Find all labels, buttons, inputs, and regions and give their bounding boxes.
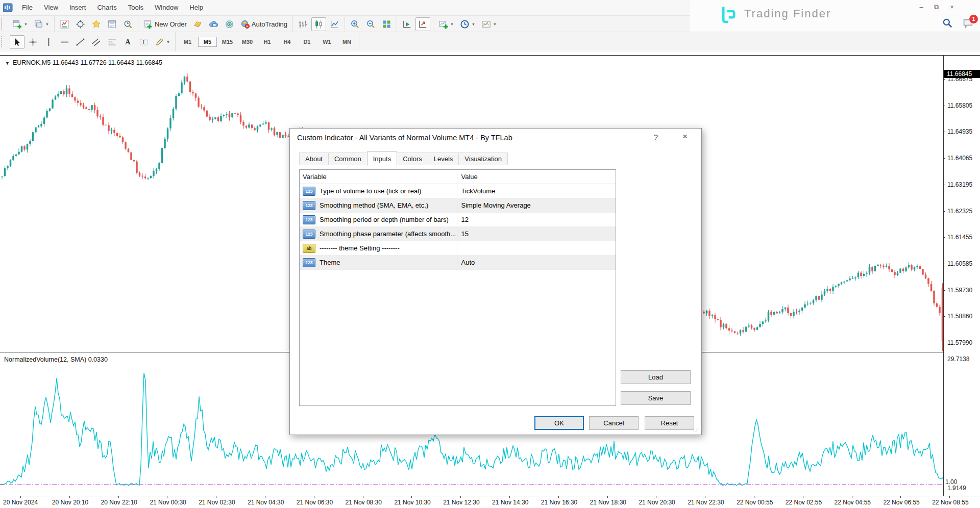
custom-indicator-dialog: Custom Indicator - All Variants of Norma… <box>289 128 702 435</box>
time-axis-label: 21 Nov 02:30 <box>199 499 235 506</box>
chevron-down-icon[interactable]: ▼ <box>5 61 10 66</box>
time-axis-tick <box>705 496 705 498</box>
time-axis-tick <box>607 496 608 498</box>
table-row[interactable]: 123Smoothing phase parameter (affects sm… <box>300 227 616 241</box>
time-axis-label: 21 Nov 00:30 <box>150 499 186 506</box>
indicator-scale-max: 29.7138 <box>947 355 969 363</box>
current-price-badge: 11.66845 <box>944 70 980 78</box>
price-axis-tick <box>943 185 945 185</box>
price-axis-label: 11.57990 <box>947 339 972 346</box>
time-axis-tick <box>363 496 363 498</box>
table-row[interactable]: 123Smoothing method (SMA, EMA, etc.)Simp… <box>300 198 616 213</box>
time-axis-label: 21 Nov 18:30 <box>590 499 626 506</box>
time-axis-label: 22 Nov 06:55 <box>883 499 919 506</box>
restore-button[interactable]: ⧉ <box>929 2 944 12</box>
time-axis-label: 21 Nov 22:30 <box>688 499 724 506</box>
table-row[interactable]: 123ThemeAuto <box>300 256 616 270</box>
time-axis-tick <box>314 496 314 498</box>
cancel-button[interactable]: Cancel <box>589 416 639 430</box>
variable-name: Smoothing method (SMA, EMA, etc.) <box>320 201 428 209</box>
close-button[interactable]: × <box>944 2 960 12</box>
value-cell[interactable]: Auto <box>457 256 616 269</box>
tab-about[interactable]: About <box>299 153 329 165</box>
tab-visualization[interactable]: Visualization <box>458 153 508 165</box>
brand-name: Trading Finder <box>744 7 831 20</box>
price-axis-label: 11.59730 <box>947 287 972 294</box>
table-row[interactable]: 123Smoothing period or depth (number of … <box>300 213 616 227</box>
price-axis-tick <box>943 237 945 238</box>
value-cell[interactable]: TickVolume <box>457 184 616 198</box>
time-axis-tick <box>411 496 412 498</box>
time-axis-tick <box>167 496 167 498</box>
numeric-parameter-icon: 123 <box>303 215 315 224</box>
price-axis-label: 11.61455 <box>947 234 972 241</box>
time-axis-tick <box>558 496 559 498</box>
table-header-row: VariableValue <box>300 170 616 184</box>
tab-inputs[interactable]: Inputs <box>367 151 397 166</box>
price-axis-tick <box>943 316 945 317</box>
tab-levels[interactable]: Levels <box>428 153 459 165</box>
time-axis-tick <box>69 496 70 498</box>
time-axis-label: 21 Nov 12:30 <box>443 499 479 506</box>
price-axis-label: 11.64065 <box>947 155 972 162</box>
value-cell[interactable]: 12 <box>457 213 616 226</box>
save-button[interactable]: Save <box>621 391 691 405</box>
price-axis-label: 11.62325 <box>947 208 972 215</box>
price-axis-tick <box>943 343 945 343</box>
time-axis-label: 20 Nov 22:10 <box>101 499 137 506</box>
price-axis-divider <box>943 55 944 496</box>
time-axis-label: 22 Nov 00:55 <box>737 499 773 506</box>
value-cell[interactable]: 15 <box>457 227 616 241</box>
tab-colors[interactable]: Colors <box>397 153 428 165</box>
dialog-title: Custom Indicator - All Variants of Norma… <box>297 134 512 142</box>
price-axis-tick <box>943 79 945 80</box>
variable-cell: ab-------- theme Setting -------- <box>300 244 457 253</box>
variable-name: Type of volume to use (tick or real) <box>320 187 421 195</box>
price-axis-label: 11.58860 <box>947 313 972 320</box>
column-header-value[interactable]: Value <box>457 170 616 184</box>
ok-button[interactable]: OK <box>534 416 584 430</box>
time-axis-label: 22 Nov 04:55 <box>835 499 871 506</box>
time-axis-label: 21 Nov 14:30 <box>492 499 528 506</box>
price-axis-label: 11.64935 <box>947 128 972 135</box>
price-axis-label: 11.60585 <box>947 260 972 267</box>
load-button[interactable]: Load <box>621 370 691 384</box>
column-header-variable[interactable]: Variable <box>300 173 457 181</box>
value-cell[interactable]: Simple Moving Average <box>457 198 616 212</box>
time-axis-label: 22 Nov 02:55 <box>786 499 822 506</box>
dialog-close-button[interactable]: × <box>678 132 692 144</box>
price-axis-tick <box>943 106 945 106</box>
price-axis-label: 11.63195 <box>947 181 972 188</box>
reset-button[interactable]: Reset <box>645 416 694 430</box>
indicator-scale-min: 1.9149 <box>947 485 966 492</box>
price-axis-tick <box>943 290 945 291</box>
numeric-parameter-icon: 123 <box>303 201 315 210</box>
search-icon[interactable] <box>942 17 953 29</box>
dialog-help-button[interactable]: ? <box>650 133 662 144</box>
dialog-resize-grip[interactable]: ⋰ <box>694 427 699 433</box>
price-axis-tick <box>943 264 945 264</box>
variable-cell: 123Smoothing phase parameter (affects sm… <box>300 230 457 239</box>
table-row[interactable]: ab-------- theme Setting -------- <box>300 241 616 256</box>
value-cell[interactable] <box>457 241 616 255</box>
time-axis-label: 21 Nov 10:30 <box>394 499 430 506</box>
time-axis-tick <box>265 496 265 498</box>
dialog-tab-strip: AboutCommonInputsColorsLevelsVisualizati… <box>299 152 507 165</box>
notification-badge[interactable]: 1 <box>969 14 978 24</box>
variable-name: Smoothing period or depth (number of bar… <box>320 216 449 223</box>
variable-name: Theme <box>320 259 340 266</box>
time-axis-tick <box>754 496 754 498</box>
time-axis-label: 22 Nov 08:55 <box>932 499 968 506</box>
time-axis-tick <box>803 496 803 498</box>
minimize-button[interactable]: – <box>914 2 929 12</box>
time-axis-label: 20 Nov 2024 <box>3 499 38 506</box>
time-axis-tick <box>509 496 510 498</box>
time-axis-tick <box>216 496 216 498</box>
time-axis-tick <box>949 496 950 498</box>
time-axis-tick <box>460 496 461 498</box>
table-row[interactable]: 123Type of volume to use (tick or real)T… <box>300 184 616 198</box>
time-axis-tick <box>656 496 656 498</box>
tab-common[interactable]: Common <box>328 153 368 165</box>
price-axis-label: 11.65805 <box>947 102 972 109</box>
mt4-application-window: FileViewInsertChartsToolsWindowHelp ▼▼Ne… <box>0 0 980 508</box>
